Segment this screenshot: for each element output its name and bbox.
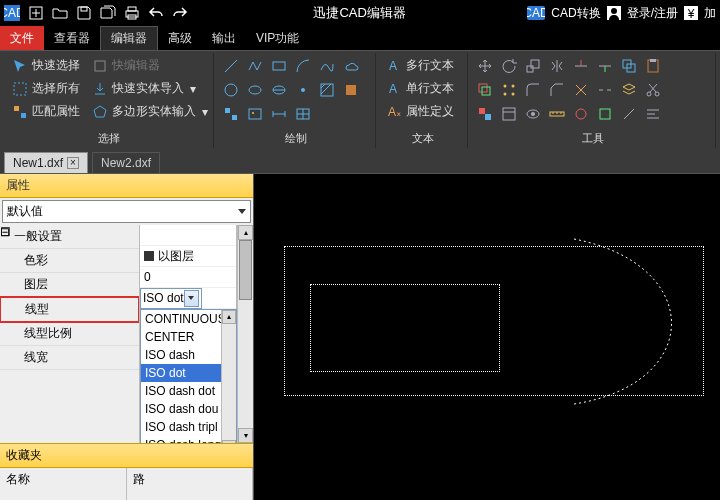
props-tool[interactable]: [498, 103, 520, 125]
default-combo[interactable]: 默认值: [2, 200, 251, 223]
prop-layer[interactable]: 图层: [0, 273, 54, 296]
region-tool[interactable]: [340, 79, 362, 101]
rect-tool[interactable]: [268, 55, 290, 77]
point-tool[interactable]: [292, 79, 314, 101]
align-tool[interactable]: [642, 103, 664, 125]
image-tool[interactable]: [244, 103, 266, 125]
text-button[interactable]: A单行文本: [382, 78, 458, 99]
arc-tool[interactable]: [292, 55, 314, 77]
ellipse-tool[interactable]: [244, 79, 266, 101]
copy-tool[interactable]: [618, 55, 640, 77]
favorites-body: 名称 路: [0, 468, 253, 500]
drawing-canvas[interactable]: [254, 174, 720, 500]
login-button[interactable]: 登录/注册: [627, 5, 678, 22]
panel-scrollbar[interactable]: ▴ ▾: [237, 225, 253, 443]
ellipse2-tool[interactable]: [268, 79, 290, 101]
array-tool[interactable]: [498, 79, 520, 101]
panel-title: 属性: [0, 174, 253, 198]
prop-lweight[interactable]: 线宽: [0, 346, 54, 369]
rotate-tool[interactable]: [498, 55, 520, 77]
match-props-button[interactable]: 匹配属性: [8, 101, 84, 122]
fav-col-path: 路: [127, 468, 254, 500]
tool-c[interactable]: [618, 103, 640, 125]
section-general[interactable]: 一般设置: [10, 225, 68, 248]
scroll-down-icon[interactable]: ▾: [238, 428, 253, 443]
val-linetype[interactable]: ISO dot: [140, 288, 236, 309]
menu-editor[interactable]: 编辑器: [100, 26, 158, 50]
menu-output[interactable]: 输出: [202, 26, 246, 50]
spline-tool[interactable]: [316, 55, 338, 77]
tools-grid: [474, 55, 664, 129]
quick-select-button[interactable]: 快速选择: [8, 55, 84, 76]
move-tool[interactable]: [474, 55, 496, 77]
dropdown-scrollbar[interactable]: ▴▾: [221, 310, 236, 443]
cloud-tool[interactable]: [340, 55, 362, 77]
break-tool[interactable]: [594, 79, 616, 101]
cut-tool[interactable]: [642, 79, 664, 101]
hatch-tool[interactable]: [316, 79, 338, 101]
mirror-tool[interactable]: [546, 55, 568, 77]
cad-convert-button[interactable]: CAD转换: [551, 5, 600, 22]
cad-badge-icon: CAD: [527, 6, 545, 20]
polygon-input-button[interactable]: 多边形实体输入▾: [88, 101, 212, 122]
prop-ltscale[interactable]: 线型比例: [0, 322, 78, 345]
fillet-tool[interactable]: [522, 79, 544, 101]
entity-import-button[interactable]: 快速实体导入▾: [88, 78, 212, 99]
dim-tool[interactable]: [268, 103, 290, 125]
svg-rect-33: [249, 109, 261, 119]
menu-viewer[interactable]: 查看器: [44, 26, 100, 50]
redo-icon[interactable]: [169, 2, 191, 24]
svg-rect-53: [650, 59, 656, 62]
paste-tool[interactable]: [642, 55, 664, 77]
scale-tool[interactable]: [522, 55, 544, 77]
color-tool[interactable]: [474, 103, 496, 125]
tool-b[interactable]: [594, 103, 616, 125]
open-icon[interactable]: [49, 2, 71, 24]
attrdef-button[interactable]: Aₓ属性定义: [382, 101, 458, 122]
measure-tool[interactable]: [546, 103, 568, 125]
layer-tool[interactable]: [618, 79, 640, 101]
quick-edit-icon: [92, 58, 108, 74]
close-icon[interactable]: ×: [67, 157, 79, 169]
line-tool[interactable]: [220, 55, 242, 77]
polyline-tool[interactable]: [244, 55, 266, 77]
saveall-icon[interactable]: [97, 2, 119, 24]
svg-rect-21: [273, 62, 285, 70]
import-icon: [92, 81, 108, 97]
val-layer[interactable]: 0: [140, 267, 236, 288]
print-icon[interactable]: [121, 2, 143, 24]
dropdown-arrow-icon[interactable]: [184, 290, 199, 307]
buy-button[interactable]: 加: [704, 5, 716, 22]
menu-file[interactable]: 文件: [0, 26, 44, 50]
mtext-button[interactable]: A多行文本: [382, 55, 458, 76]
scrollbar-thumb[interactable]: [239, 240, 252, 300]
tool-a[interactable]: [570, 103, 592, 125]
val-color[interactable]: 以图层: [140, 246, 236, 267]
menu-vip[interactable]: VIP功能: [246, 26, 309, 50]
color-swatch-icon: [144, 251, 154, 261]
table-tool[interactable]: [292, 103, 314, 125]
prop-linetype[interactable]: 线型: [1, 298, 55, 321]
circle-tool[interactable]: [220, 79, 242, 101]
menu-advanced[interactable]: 高级: [158, 26, 202, 50]
svg-rect-66: [479, 108, 485, 114]
block-tool[interactable]: [220, 103, 242, 125]
tab-new2[interactable]: New2.dxf: [92, 152, 160, 173]
save-icon[interactable]: [73, 2, 95, 24]
chamfer-tool[interactable]: [546, 79, 568, 101]
extend-tool[interactable]: [594, 55, 616, 77]
eye-tool[interactable]: [522, 103, 544, 125]
favorites-title[interactable]: 收藏夹: [0, 443, 253, 468]
offset-tool[interactable]: [474, 79, 496, 101]
svg-line-64: [650, 84, 657, 92]
explode-tool[interactable]: [570, 79, 592, 101]
prop-color[interactable]: 色彩: [0, 249, 54, 272]
trim-tool[interactable]: [570, 55, 592, 77]
svg-point-62: [647, 92, 651, 96]
undo-icon[interactable]: [145, 2, 167, 24]
tab-new1[interactable]: New1.dxf×: [4, 152, 88, 173]
scroll-up-icon[interactable]: ▴: [238, 225, 253, 240]
new-icon[interactable]: [25, 2, 47, 24]
svg-point-22: [225, 84, 237, 96]
select-all-button[interactable]: 选择所有: [8, 78, 84, 99]
